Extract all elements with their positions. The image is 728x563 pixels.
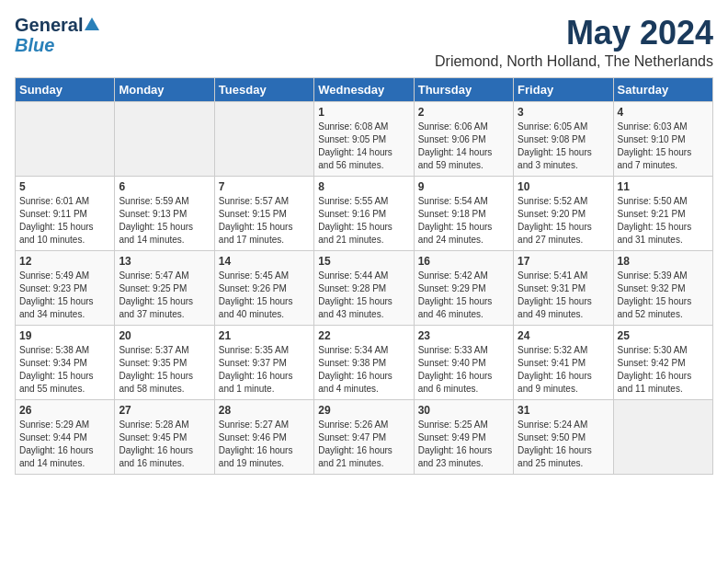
day-cell: 29Sunrise: 5:26 AM Sunset: 9:47 PM Dayli…: [314, 399, 414, 474]
day-info: Sunrise: 5:33 AM Sunset: 9:40 PM Dayligh…: [418, 344, 509, 396]
day-number: 13: [119, 255, 210, 268]
day-number: 29: [318, 404, 409, 417]
day-cell: 31Sunrise: 5:24 AM Sunset: 9:50 PM Dayli…: [514, 399, 613, 474]
day-number: 17: [518, 255, 609, 268]
day-info: Sunrise: 5:45 AM Sunset: 9:26 PM Dayligh…: [219, 270, 310, 321]
day-info: Sunrise: 6:06 AM Sunset: 9:06 PM Dayligh…: [418, 121, 509, 172]
day-number: 21: [219, 329, 310, 342]
calendar-table: SundayMondayTuesdayWednesdayThursdayFrid…: [15, 77, 713, 475]
day-cell: 17Sunrise: 5:41 AM Sunset: 9:31 PM Dayli…: [514, 250, 613, 325]
day-info: Sunrise: 6:03 AM Sunset: 9:10 PM Dayligh…: [618, 121, 709, 172]
day-cell: 4Sunrise: 6:03 AM Sunset: 9:10 PM Daylig…: [613, 101, 712, 176]
weekday-header-wednesday: Wednesday: [314, 77, 414, 101]
day-number: 14: [219, 255, 310, 268]
day-number: 30: [418, 404, 509, 417]
day-number: 5: [19, 180, 110, 193]
day-info: Sunrise: 5:38 AM Sunset: 9:34 PM Dayligh…: [19, 344, 110, 396]
day-number: 31: [518, 404, 609, 417]
day-cell: 9Sunrise: 5:54 AM Sunset: 9:18 PM Daylig…: [414, 176, 513, 250]
weekday-header-tuesday: Tuesday: [214, 77, 313, 101]
day-cell: 3Sunrise: 6:05 AM Sunset: 9:08 PM Daylig…: [514, 101, 613, 176]
day-cell: 8Sunrise: 5:55 AM Sunset: 9:16 PM Daylig…: [314, 176, 414, 250]
day-number: 22: [318, 329, 409, 342]
day-cell: 23Sunrise: 5:33 AM Sunset: 9:40 PM Dayli…: [414, 325, 513, 399]
day-info: Sunrise: 5:34 AM Sunset: 9:38 PM Dayligh…: [318, 344, 409, 396]
day-info: Sunrise: 5:54 AM Sunset: 9:18 PM Dayligh…: [418, 195, 509, 247]
day-cell: [214, 101, 313, 176]
weekday-header-friday: Friday: [514, 77, 613, 101]
title-block: May 2024 Driemond, North Holland, The Ne…: [435, 15, 713, 70]
day-number: 10: [518, 180, 609, 193]
day-number: 7: [219, 180, 310, 193]
day-number: 8: [318, 180, 409, 193]
day-info: Sunrise: 5:42 AM Sunset: 9:29 PM Dayligh…: [418, 270, 509, 321]
day-cell: 13Sunrise: 5:47 AM Sunset: 9:25 PM Dayli…: [115, 250, 214, 325]
day-info: Sunrise: 5:59 AM Sunset: 9:13 PM Dayligh…: [119, 195, 210, 247]
day-info: Sunrise: 5:28 AM Sunset: 9:45 PM Dayligh…: [119, 419, 210, 470]
weekday-header-row: SundayMondayTuesdayWednesdayThursdayFrid…: [16, 77, 713, 101]
day-cell: 28Sunrise: 5:27 AM Sunset: 9:46 PM Dayli…: [214, 399, 313, 474]
week-row-5: 26Sunrise: 5:29 AM Sunset: 9:44 PM Dayli…: [16, 399, 713, 474]
day-cell: [115, 101, 214, 176]
day-cell: 19Sunrise: 5:38 AM Sunset: 9:34 PM Dayli…: [16, 325, 115, 399]
day-info: Sunrise: 5:55 AM Sunset: 9:16 PM Dayligh…: [318, 195, 409, 247]
day-cell: [16, 101, 115, 176]
day-number: 1: [318, 106, 409, 119]
day-info: Sunrise: 5:24 AM Sunset: 9:50 PM Dayligh…: [518, 419, 609, 470]
logo-text-blue: Blue: [15, 35, 54, 55]
day-info: Sunrise: 5:25 AM Sunset: 9:49 PM Dayligh…: [418, 419, 509, 470]
day-cell: 1Sunrise: 6:08 AM Sunset: 9:05 PM Daylig…: [314, 101, 414, 176]
day-info: Sunrise: 5:47 AM Sunset: 9:25 PM Dayligh…: [119, 270, 210, 321]
day-number: 19: [19, 329, 110, 342]
day-cell: 10Sunrise: 5:52 AM Sunset: 9:20 PM Dayli…: [514, 176, 613, 250]
day-info: Sunrise: 5:29 AM Sunset: 9:44 PM Dayligh…: [19, 419, 110, 470]
day-number: 24: [518, 329, 609, 342]
week-row-3: 12Sunrise: 5:49 AM Sunset: 9:23 PM Dayli…: [16, 250, 713, 325]
day-cell: 20Sunrise: 5:37 AM Sunset: 9:35 PM Dayli…: [115, 325, 214, 399]
day-info: Sunrise: 5:37 AM Sunset: 9:35 PM Dayligh…: [119, 344, 210, 396]
day-info: Sunrise: 6:01 AM Sunset: 9:11 PM Dayligh…: [19, 195, 110, 247]
day-number: 9: [418, 180, 509, 193]
weekday-header-sunday: Sunday: [16, 77, 115, 101]
weekday-header-thursday: Thursday: [414, 77, 513, 101]
day-cell: 16Sunrise: 5:42 AM Sunset: 9:29 PM Dayli…: [414, 250, 513, 325]
svg-marker-0: [85, 17, 99, 30]
day-number: 6: [119, 180, 210, 193]
day-info: Sunrise: 6:08 AM Sunset: 9:05 PM Dayligh…: [318, 121, 409, 172]
day-number: 3: [518, 106, 609, 119]
day-cell: 22Sunrise: 5:34 AM Sunset: 9:38 PM Dayli…: [314, 325, 414, 399]
day-cell: 24Sunrise: 5:32 AM Sunset: 9:41 PM Dayli…: [514, 325, 613, 399]
day-number: 11: [618, 180, 709, 193]
logo-triangle-icon: [84, 16, 100, 32]
day-number: 28: [219, 404, 310, 417]
day-info: Sunrise: 5:39 AM Sunset: 9:32 PM Dayligh…: [618, 270, 709, 321]
weekday-header-monday: Monday: [115, 77, 214, 101]
day-info: Sunrise: 5:41 AM Sunset: 9:31 PM Dayligh…: [518, 270, 609, 321]
day-cell: 11Sunrise: 5:50 AM Sunset: 9:21 PM Dayli…: [613, 176, 712, 250]
day-info: Sunrise: 5:52 AM Sunset: 9:20 PM Dayligh…: [518, 195, 609, 247]
day-number: 15: [318, 255, 409, 268]
day-number: 23: [418, 329, 509, 342]
day-info: Sunrise: 5:27 AM Sunset: 9:46 PM Dayligh…: [219, 419, 310, 470]
day-info: Sunrise: 5:35 AM Sunset: 9:37 PM Dayligh…: [219, 344, 310, 396]
day-info: Sunrise: 5:49 AM Sunset: 9:23 PM Dayligh…: [19, 270, 110, 321]
day-cell: 30Sunrise: 5:25 AM Sunset: 9:49 PM Dayli…: [414, 399, 513, 474]
day-cell: 21Sunrise: 5:35 AM Sunset: 9:37 PM Dayli…: [214, 325, 313, 399]
day-cell: 7Sunrise: 5:57 AM Sunset: 9:15 PM Daylig…: [214, 176, 313, 250]
day-number: 27: [119, 404, 210, 417]
day-cell: 6Sunrise: 5:59 AM Sunset: 9:13 PM Daylig…: [115, 176, 214, 250]
day-cell: 15Sunrise: 5:44 AM Sunset: 9:28 PM Dayli…: [314, 250, 414, 325]
day-cell: [613, 399, 712, 474]
day-number: 25: [618, 329, 709, 342]
day-info: Sunrise: 5:57 AM Sunset: 9:15 PM Dayligh…: [219, 195, 310, 247]
day-cell: 14Sunrise: 5:45 AM Sunset: 9:26 PM Dayli…: [214, 250, 313, 325]
day-cell: 25Sunrise: 5:30 AM Sunset: 9:42 PM Dayli…: [613, 325, 712, 399]
week-row-1: 1Sunrise: 6:08 AM Sunset: 9:05 PM Daylig…: [16, 101, 713, 176]
day-number: 2: [418, 106, 509, 119]
day-cell: 5Sunrise: 6:01 AM Sunset: 9:11 PM Daylig…: [16, 176, 115, 250]
day-cell: 27Sunrise: 5:28 AM Sunset: 9:45 PM Dayli…: [115, 399, 214, 474]
day-number: 12: [19, 255, 110, 268]
month-title: May 2024: [435, 15, 713, 52]
week-row-4: 19Sunrise: 5:38 AM Sunset: 9:34 PM Dayli…: [16, 325, 713, 399]
day-number: 16: [418, 255, 509, 268]
